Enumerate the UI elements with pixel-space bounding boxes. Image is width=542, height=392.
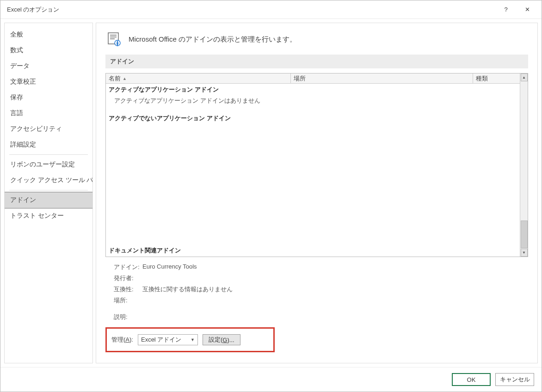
dialog-title: Excel のオプション	[7, 6, 495, 14]
section-title-addins: アドイン	[105, 55, 528, 68]
sidebar-item-qat[interactable]: クイック アクセス ツール バー	[5, 172, 92, 188]
manage-select[interactable]: Excel アドイン ▼	[138, 334, 198, 345]
titlebar: Excel のオプション ? ✕	[0, 0, 542, 19]
detail-value-addin: Euro Currency Tools	[142, 263, 197, 271]
headline-text: Microsoft Office のアドインの表示と管理を行います。	[129, 35, 296, 44]
go-button-access: G	[222, 337, 227, 343]
scroll-down-button[interactable]: ▼	[521, 249, 528, 257]
sidebar-item-customize-ribbon[interactable]: リボンのユーザー設定	[5, 157, 92, 172]
detail-label-description: 説明:	[114, 313, 142, 321]
column-header-location[interactable]: 場所	[291, 74, 473, 83]
sidebar-separator	[9, 154, 88, 155]
detail-label-compat: 互換性:	[114, 285, 142, 294]
headline: Microsoft Office のアドインの表示と管理を行います。	[105, 29, 528, 55]
manage-label: 管理(A):	[111, 336, 133, 344]
grid-scrollbar[interactable]: ▲ ▼	[520, 74, 528, 257]
sidebar-item-advanced[interactable]: 詳細設定	[5, 137, 92, 153]
scroll-thumb[interactable]	[521, 220, 528, 248]
addins-icon	[106, 31, 122, 47]
addin-details: アドイン: Euro Currency Tools 発行者: 互換性: 互換性に…	[105, 257, 528, 325]
sidebar-item-general[interactable]: 全般	[5, 27, 92, 43]
manage-row-highlight: 管理(A): Excel アドイン ▼ 設定(G)...	[105, 327, 275, 352]
column-header-name[interactable]: 名前 ▲	[106, 74, 291, 83]
detail-value-compat: 互換性に関する情報はありません	[142, 285, 233, 294]
dialog-footer: OK キャンセル	[0, 367, 542, 392]
go-button[interactable]: 設定(G)...	[203, 334, 240, 345]
sidebar-item-trust-center[interactable]: トラスト センター	[5, 208, 92, 224]
column-header-type[interactable]: 種類	[473, 74, 520, 83]
cancel-button[interactable]: キャンセル	[495, 373, 534, 386]
sidebar-item-proofing[interactable]: 文章校正	[5, 74, 92, 90]
grid-header: 名前 ▲ 場所 種類	[106, 74, 520, 84]
detail-label-location: 場所:	[114, 296, 142, 305]
options-dialog: Excel のオプション ? ✕ 全般 数式 データ 文章校正 保存 言語 アク…	[0, 0, 542, 392]
sort-asc-icon: ▲	[123, 76, 127, 81]
sidebar-item-language[interactable]: 言語	[5, 105, 92, 121]
chevron-down-icon: ▼	[191, 337, 195, 342]
help-button[interactable]: ?	[495, 3, 517, 17]
dialog-body: 全般 数式 データ 文章校正 保存 言語 アクセシビリティ 詳細設定 リボンのユ…	[0, 19, 542, 367]
column-header-name-label: 名前	[109, 74, 121, 83]
scroll-up-button[interactable]: ▲	[521, 74, 528, 81]
sidebar-item-save[interactable]: 保存	[5, 90, 92, 105]
sidebar: 全般 数式 データ 文章校正 保存 言語 アクセシビリティ 詳細設定 リボンのユ…	[4, 23, 93, 363]
go-button-prefix: 設定(	[209, 336, 222, 344]
row-active-empty: アクティブなアプリケーション アドインはありません	[106, 96, 520, 106]
grid-rows: アクティブなアプリケーション アドイン アクティブなアプリケーション アドインは…	[106, 84, 520, 257]
ok-button[interactable]: OK	[452, 373, 491, 386]
main-panel: Microsoft Office のアドインの表示と管理を行います。 アドイン …	[96, 23, 538, 363]
detail-label-addin: アドイン:	[114, 263, 142, 271]
manage-label-suffix: ):	[129, 336, 133, 343]
sidebar-item-accessibility[interactable]: アクセシビリティ	[5, 121, 92, 137]
group-inactive: アクティブでないアプリケーション アドイン	[106, 112, 520, 124]
sidebar-item-data[interactable]: データ	[5, 58, 92, 74]
close-button[interactable]: ✕	[517, 3, 538, 17]
go-button-suffix: )...	[227, 337, 234, 343]
sidebar-separator	[9, 190, 88, 190]
addins-grid: 名前 ▲ 場所 種類 アクティブなアプリケーション アドイン アクティブなアプリ…	[105, 73, 528, 257]
sidebar-item-addins[interactable]: アドイン	[4, 192, 93, 208]
manage-select-value: Excel アドイン	[141, 336, 181, 344]
manage-label-access: A	[125, 336, 129, 343]
grid-body: 名前 ▲ 場所 種類 アクティブなアプリケーション アドイン アクティブなアプリ…	[106, 74, 520, 257]
detail-label-publisher: 発行者:	[114, 274, 142, 282]
group-active: アクティブなアプリケーション アドイン	[106, 84, 520, 96]
group-doc-related: ドキュメント関連アドイン	[106, 245, 520, 257]
sidebar-item-formulas[interactable]: 数式	[5, 43, 92, 58]
manage-label-prefix: 管理(	[111, 336, 125, 343]
